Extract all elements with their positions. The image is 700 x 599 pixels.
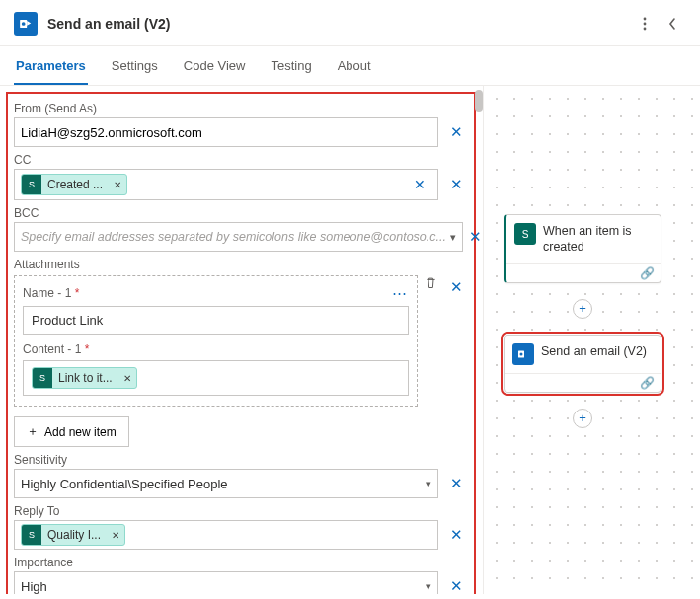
- link-icon: 🔗: [640, 266, 655, 280]
- bcc-clear[interactable]: ✕: [469, 225, 482, 249]
- att-name-label: Name - 1: [23, 286, 71, 300]
- att-content-token[interactable]: S Link to it... ✕: [32, 367, 137, 389]
- parameter-panel: From (Send As) ✕ CC S Created ...: [0, 86, 484, 594]
- cc-clear-inner[interactable]: ✕: [408, 173, 431, 196]
- plus-icon: ＋: [27, 423, 39, 440]
- add-item-label: Add new item: [44, 425, 117, 439]
- att-delete-button[interactable]: [424, 273, 438, 290]
- cc-token[interactable]: S Created ... ✕: [21, 174, 127, 195]
- cc-clear[interactable]: ✕: [444, 173, 468, 196]
- cc-token-remove[interactable]: ✕: [109, 180, 126, 190]
- action-title: Send an email (V2): [541, 343, 647, 359]
- from-label: From (Send As): [14, 100, 468, 117]
- replyto-label: Reply To: [14, 502, 468, 520]
- att-name-input[interactable]: Product Link: [23, 306, 409, 335]
- trigger-node[interactable]: S When an item is created 🔗: [504, 214, 661, 283]
- tab-about[interactable]: About: [336, 46, 373, 85]
- att-more-button[interactable]: ⋯: [392, 284, 409, 302]
- tab-bar: Parameters Settings Code View Testing Ab…: [0, 46, 700, 86]
- trigger-title: When an item is created: [543, 223, 653, 256]
- bcc-label: BCC: [14, 204, 468, 222]
- importance-label: Importance: [14, 554, 468, 571]
- sensitivity-clear[interactable]: ✕: [444, 472, 468, 495]
- att-content-label: Content - 1: [23, 342, 81, 356]
- svg-point-3: [644, 23, 647, 26]
- panel-header: Send an email (V2): [0, 0, 700, 46]
- sharepoint-icon: S: [514, 223, 536, 245]
- cc-token-text: Created ...: [41, 178, 109, 191]
- scrollbar[interactable]: [475, 90, 483, 112]
- importance-value: High: [21, 579, 422, 594]
- replyto-token[interactable]: S Quality I... ✕: [21, 524, 125, 546]
- sharepoint-icon: S: [33, 367, 52, 389]
- from-clear[interactable]: ✕: [444, 120, 468, 144]
- connector: [583, 283, 583, 293]
- collapse-button[interactable]: [659, 10, 686, 37]
- add-step-button[interactable]: +: [573, 299, 592, 319]
- attachments-label: Attachments: [14, 256, 468, 273]
- att-content-input[interactable]: S Link to it... ✕: [23, 360, 409, 396]
- attachments-item: Name - 1 * ⋯ Product Link Content - 1 * …: [14, 275, 418, 407]
- sensitivity-label: Sensitivity: [14, 451, 468, 469]
- att-content-token-text: Link to it...: [52, 371, 118, 385]
- importance-select[interactable]: High ▾: [14, 571, 438, 594]
- chevron-down-icon[interactable]: ▾: [446, 231, 456, 244]
- tab-codeview[interactable]: Code View: [182, 46, 248, 85]
- sharepoint-icon: S: [22, 174, 41, 195]
- chevron-down-icon[interactable]: ▾: [422, 478, 431, 490]
- panel-title: Send an email (V2): [47, 16, 631, 32]
- action-node[interactable]: Send an email (V2) 🔗: [504, 335, 661, 393]
- svg-point-6: [520, 352, 523, 355]
- from-input[interactable]: [21, 125, 431, 140]
- add-item-button[interactable]: ＋ Add new item: [14, 416, 129, 447]
- importance-clear[interactable]: ✕: [444, 574, 468, 594]
- sensitivity-value: Highly Confidential\Specified People: [21, 477, 422, 491]
- attachments-clear[interactable]: ✕: [444, 275, 468, 299]
- outlook-icon: [512, 343, 534, 365]
- link-icon: 🔗: [640, 376, 655, 390]
- cc-input-box[interactable]: S Created ... ✕ ✕: [14, 169, 438, 200]
- svg-point-4: [644, 28, 647, 31]
- svg-point-2: [644, 18, 647, 21]
- required-mark: *: [85, 342, 90, 356]
- sensitivity-select[interactable]: Highly Confidential\Specified People ▾: [14, 469, 438, 498]
- sharepoint-icon: S: [22, 524, 41, 546]
- att-content-token-remove[interactable]: ✕: [118, 373, 136, 384]
- bcc-input-box[interactable]: Specify email addresses separated by sem…: [14, 222, 463, 252]
- tab-parameters[interactable]: Parameters: [14, 46, 88, 85]
- cc-label: CC: [14, 151, 468, 169]
- from-input-box[interactable]: [14, 117, 438, 147]
- tab-testing[interactable]: Testing: [269, 46, 313, 85]
- replyto-token-remove[interactable]: ✕: [107, 530, 124, 541]
- connector: [583, 325, 583, 335]
- bcc-placeholder: Specify email addresses separated by sem…: [21, 230, 446, 244]
- add-step-button[interactable]: +: [573, 409, 592, 428]
- chevron-down-icon[interactable]: ▾: [422, 580, 431, 593]
- svg-point-1: [22, 22, 26, 26]
- flow-canvas[interactable]: S When an item is created 🔗 + Send an em…: [484, 86, 700, 594]
- replyto-token-text: Quality I...: [41, 528, 107, 542]
- tab-settings[interactable]: Settings: [110, 46, 160, 85]
- outlook-icon: [14, 12, 38, 36]
- replyto-input-box[interactable]: S Quality I... ✕: [14, 520, 438, 550]
- more-button[interactable]: [631, 10, 659, 37]
- required-mark: *: [75, 286, 80, 300]
- connector: [583, 393, 583, 403]
- replyto-clear[interactable]: ✕: [444, 523, 468, 547]
